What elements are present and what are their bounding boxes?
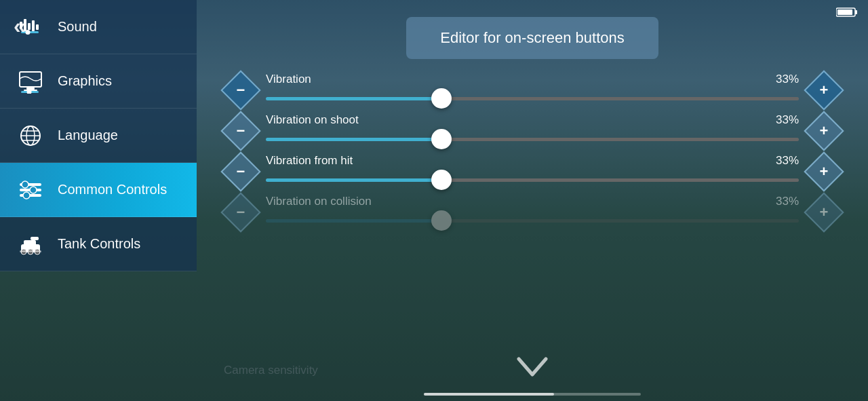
- vibration-hit-thumb[interactable]: [431, 170, 452, 190]
- vibration-label-row: Vibration 33%: [266, 73, 799, 86]
- tank-controls-label: Tank Controls: [58, 236, 140, 252]
- graphics-icon: [14, 64, 47, 98]
- vibration-thumb[interactable]: [431, 88, 452, 109]
- language-label: Language: [58, 128, 118, 143]
- back-button[interactable]: «: [14, 14, 26, 39]
- sidebar-item-language[interactable]: Language: [0, 109, 197, 163]
- vibration-collision-label-row: Vibration on collision 33%: [266, 195, 799, 208]
- vibration-collision-track: [266, 219, 799, 223]
- svg-rect-6: [32, 20, 35, 31]
- svg-rect-7: [36, 24, 39, 30]
- vibration-shoot-plus-button[interactable]: +: [807, 114, 841, 148]
- plus-symbol-4: +: [820, 205, 829, 220]
- vibration-hit-track: [266, 178, 799, 182]
- vibration-collision-minus-button[interactable]: −: [224, 195, 258, 229]
- vibration-slider-middle: Vibration 33%: [266, 73, 799, 108]
- vibration-shoot-value: 33%: [776, 113, 799, 127]
- vibration-shoot-label: Vibration on shoot: [266, 113, 359, 127]
- vibration-minus-button[interactable]: −: [224, 73, 258, 107]
- sound-label: Sound: [58, 19, 97, 35]
- vibration-shoot-label-row: Vibration on shoot 33%: [266, 113, 799, 127]
- sidebar-item-graphics[interactable]: Graphics: [0, 54, 197, 109]
- minus-symbol: −: [237, 83, 245, 98]
- svg-point-24: [30, 187, 37, 193]
- slider-row-vibration: − Vibration 33% +: [224, 73, 841, 108]
- vibration-track: [266, 97, 799, 100]
- sidebar: Sound Graphics Language: [0, 0, 197, 401]
- slider-row-vibration-shoot: − Vibration on shoot 33% +: [224, 113, 841, 149]
- common-controls-label: Common Controls: [58, 182, 167, 197]
- vibration-shoot-slider-middle: Vibration on shoot 33%: [266, 113, 799, 149]
- progress-fill: [424, 393, 554, 396]
- plus-symbol-2: +: [820, 123, 829, 138]
- scroll-down-indicator[interactable]: [515, 356, 549, 384]
- vibration-shoot-minus-button[interactable]: −: [224, 114, 258, 148]
- vibration-collision-value: 33%: [776, 195, 799, 208]
- svg-rect-2: [837, 9, 852, 15]
- vibration-hit-label-row: Vibration from hit 33%: [266, 154, 799, 168]
- svg-rect-10: [20, 72, 41, 87]
- minus-symbol-4: −: [237, 205, 245, 220]
- vibration-track-container[interactable]: [266, 89, 799, 108]
- vibration-hit-value: 33%: [776, 154, 799, 168]
- svg-point-9: [26, 30, 31, 35]
- vibration-hit-minus-button[interactable]: −: [224, 155, 258, 189]
- vibration-hit-label: Vibration from hit: [266, 154, 353, 168]
- svg-rect-28: [31, 237, 39, 240]
- vibration-shoot-thumb[interactable]: [431, 129, 452, 149]
- vibration-collision-track-container[interactable]: [266, 211, 799, 230]
- minus-symbol-2: −: [237, 123, 245, 138]
- sidebar-item-common-controls[interactable]: Common Controls: [0, 163, 197, 217]
- sidebar-item-sound[interactable]: Sound: [0, 0, 197, 54]
- svg-rect-1: [855, 10, 857, 14]
- editor-title: Editor for on-screen buttons: [440, 29, 624, 46]
- vibration-hit-plus-button[interactable]: +: [807, 155, 841, 189]
- vibration-collision-slider-middle: Vibration on collision 33%: [266, 195, 799, 230]
- progress-track: [424, 393, 641, 396]
- tank-icon: [14, 227, 47, 261]
- sliders-container: − Vibration 33% + −: [224, 73, 841, 230]
- vibration-hit-track-container[interactable]: [266, 170, 799, 189]
- vibration-label: Vibration: [266, 73, 311, 86]
- vibration-shoot-track-container[interactable]: [266, 130, 799, 149]
- vibration-collision-label: Vibration on collision: [266, 195, 372, 208]
- bottom-bar: [197, 393, 868, 396]
- vibration-hit-slider-middle: Vibration from hit 33%: [266, 154, 799, 189]
- svg-rect-27: [24, 240, 36, 246]
- sidebar-item-tank-controls[interactable]: Tank Controls: [0, 217, 197, 271]
- slider-row-vibration-collision: − Vibration on collision 33% +: [224, 195, 841, 230]
- plus-symbol-3: +: [820, 164, 829, 179]
- vibration-value: 33%: [776, 73, 799, 86]
- battery-indicator: [836, 7, 858, 20]
- svg-point-23: [22, 181, 28, 188]
- minus-symbol-3: −: [237, 164, 245, 179]
- controls-icon: [14, 173, 47, 207]
- slider-row-vibration-hit: − Vibration from hit 33% +: [224, 154, 841, 189]
- main-panel: Editor for on-screen buttons − Vibration…: [197, 0, 868, 401]
- vibration-collision-thumb[interactable]: [431, 210, 452, 231]
- vibration-plus-button[interactable]: +: [807, 73, 841, 107]
- svg-rect-5: [28, 23, 31, 30]
- graphics-label: Graphics: [58, 73, 112, 89]
- vibration-shoot-track: [266, 138, 799, 141]
- vibration-collision-plus-button[interactable]: +: [807, 195, 841, 229]
- editor-header: Editor for on-screen buttons: [406, 17, 658, 59]
- plus-symbol: +: [820, 83, 829, 98]
- language-icon: [14, 119, 47, 153]
- svg-rect-11: [26, 88, 35, 90]
- svg-rect-32: [20, 250, 41, 252]
- svg-point-25: [23, 192, 30, 199]
